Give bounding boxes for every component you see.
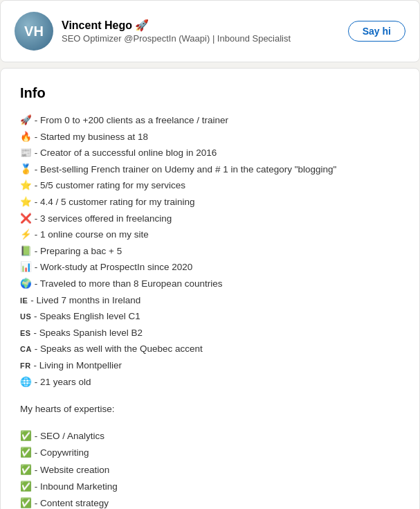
list-item: 🌐 - 21 years old [20,374,400,391]
list-item: 🚀 - From 0 to +200 clients as a freelanc… [20,112,400,129]
flag-ie: IE [20,296,28,305]
check-icon: ✅ [20,465,32,475]
flag-fr: FR [20,361,31,370]
info-title: Info [20,85,400,101]
list-item-text: - Started my business at 18 [35,132,148,142]
list-item: ✅ - Copywriting [20,445,400,461]
avatar: VH [15,12,53,51]
list-item: IE - Lived 7 months in Ireland [20,292,400,309]
info-list: 🚀 - From 0 to +200 clients as a freelanc… [20,112,400,390]
list-item: ✅ - Content strategy [20,495,400,509]
list-item-text: - Living in Montpellier [33,360,122,370]
avatar-image: VH [15,12,53,51]
check-icon: ✅ [20,481,32,492]
check-icon: ✅ [20,447,32,458]
list-item-text: - 5/5 customer rating for my services [35,180,185,190]
list-item: ⭐ - 5/5 customer rating for my services [20,177,400,194]
hearts-title: My hearts of expertise: [20,404,400,414]
list-item: 📗 - Preparing a bac + 5 [20,243,400,260]
list-item: FR - Living in Montpellier [20,357,400,374]
list-item: ✅ - Inbound Marketing [20,479,400,495]
list-item: ⭐ - 4.4 / 5 customer rating for my train… [20,194,400,211]
list-item-text: - 4.4 / 5 customer rating for my trainin… [35,197,195,207]
list-item: ✅ - Website creation [20,462,400,479]
info-card: Info 🚀 - From 0 to +200 clients as a fre… [0,68,420,509]
list-item-text: - 1 online course on my site [35,229,149,240]
list-item: ⚡ - 1 online course on my site [20,226,400,243]
list-item-text: - Speaks Spanish level B2 [33,328,143,338]
list-item: ✅ - SEO / Analytics [20,428,400,445]
profile-title: SEO Optimizer @ProspectIn (Waapi) | Inbo… [62,33,291,44]
list-item-text: - Traveled to more than 8 European count… [35,278,223,289]
list-item-text: - Lived 7 months in Ireland [30,295,140,305]
list-item-text: - Work-study at ProspectIn since 2020 [35,262,193,272]
profile-info: Vincent Hego 🚀 SEO Optimizer @ProspectIn… [62,19,291,44]
profile-header: VH Vincent Hego 🚀 SEO Optimizer @Prospec… [0,0,420,62]
list-item: 🌍 - Traveled to more than 8 European cou… [20,276,400,292]
list-item: ES - Speaks Spanish level B2 [20,325,400,341]
list-item-text: - Creator of a successful online blog in… [35,148,217,158]
list-item: US - Speaks English level C1 [20,308,400,325]
list-item-text: - From 0 to +200 clients as a freelance … [35,115,228,125]
list-item-text: - Preparing a bac + 5 [35,246,122,256]
check-icon: ✅ [20,431,32,441]
flag-us: US [20,312,31,321]
list-item: CA - Speaks as well with the Quebec acce… [20,341,400,357]
list-item-text: - 3 services offered in freelancing [35,213,172,224]
say-hi-button[interactable]: Say hi [348,21,405,42]
list-item: 📰 - Creator of a successful online blog … [20,145,400,161]
list-item-text: - Best-selling French trainer on Udemy a… [35,164,337,175]
list-item: 🥇 - Best-selling French trainer on Udemy… [20,161,400,178]
list-item: 🔥 - Started my business at 18 [20,129,400,145]
list-item: ❌ - 3 services offered in freelancing [20,211,400,227]
flag-es: ES [20,329,31,337]
list-item-text: - Speaks as well with the Quebec accent [35,343,203,354]
flag-ca: CA [20,345,32,353]
list-item-text: - Speaks English level C1 [34,311,140,321]
profile-left: VH Vincent Hego 🚀 SEO Optimizer @Prospec… [15,12,291,51]
check-icon: ✅ [20,498,32,508]
list-item: 📊 - Work-study at ProspectIn since 2020 [20,259,400,276]
expertise-list: ✅ - SEO / Analytics ✅ - Copywriting ✅ - … [20,428,400,509]
profile-name: Vincent Hego 🚀 [62,19,291,32]
list-item-text: - 21 years old [35,377,91,387]
